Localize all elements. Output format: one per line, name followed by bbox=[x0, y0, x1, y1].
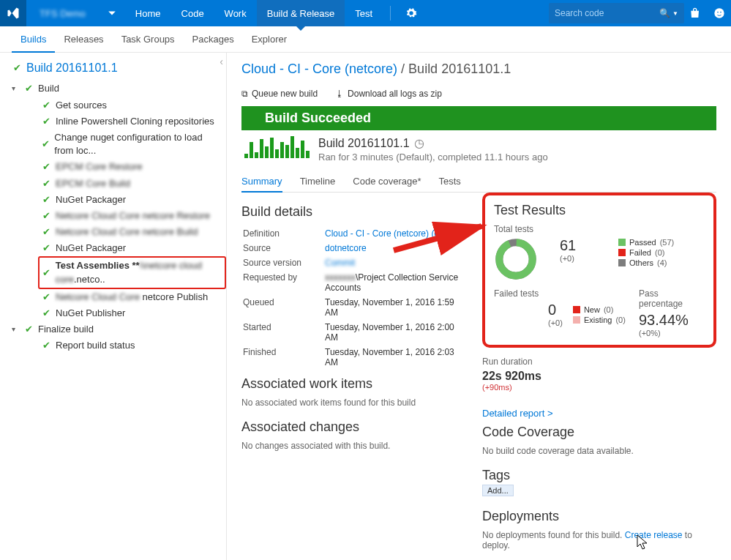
code-coverage-heading: Code Coverage bbox=[482, 425, 716, 440]
check-icon: ✔ bbox=[12, 61, 22, 75]
queue-new-build-button[interactable]: ⧉Queue new build bbox=[241, 89, 318, 99]
build-step[interactable]: ✔NuGet Packager bbox=[6, 240, 226, 256]
build-tree-sidebar: ‹ ✔ Build 20161101.1 ▾ ✔ Build ✔Get sour… bbox=[0, 53, 227, 560]
top-nav: Home Code Work Build & Release Test bbox=[125, 0, 383, 26]
search-icon[interactable]: 🔍 bbox=[659, 8, 670, 18]
queue-icon: ⧉ bbox=[241, 89, 248, 99]
search-dropdown-icon[interactable]: ▼ bbox=[672, 10, 678, 17]
check-icon: ✔ bbox=[41, 99, 51, 112]
nav-code[interactable]: Code bbox=[171, 0, 214, 26]
detailed-report-link[interactable]: Detailed report > bbox=[482, 408, 552, 419]
build-step[interactable]: ✔EPCM Core Restore bbox=[6, 159, 226, 175]
run-duration-delta: (+90ms) bbox=[482, 383, 716, 392]
settings-gear-icon[interactable] bbox=[398, 7, 424, 19]
breadcrumb-project[interactable]: Cloud - CI - Core (netcore) bbox=[241, 61, 397, 76]
check-icon: ✔ bbox=[41, 225, 51, 239]
test-assemblies-step[interactable]: ✔ Test Assemblies **\\netcore cloud core… bbox=[38, 256, 226, 288]
nav-test[interactable]: Test bbox=[345, 0, 383, 26]
failed-tests-label: Failed tests bbox=[494, 288, 631, 299]
build-title-text: Build 20161101.1 bbox=[26, 60, 118, 76]
check-icon: ✔ bbox=[41, 193, 51, 206]
vs-logo-icon[interactable] bbox=[0, 0, 26, 26]
build-root[interactable]: ▾ ✔ Build bbox=[6, 81, 226, 97]
feedback-icon[interactable] bbox=[708, 7, 731, 19]
subnav-releases[interactable]: Releases bbox=[55, 26, 112, 53]
run-duration-value: 22s 920ms bbox=[482, 370, 716, 383]
build-step[interactable]: ✔NuGet Packager bbox=[6, 192, 226, 208]
build-step[interactable]: ✔EPCM Core Build bbox=[6, 176, 226, 192]
search-input[interactable] bbox=[555, 8, 659, 18]
assoc-changes-heading: Associated changes bbox=[241, 419, 463, 435]
build-step[interactable]: ✔Inline Powershell Cloning repositories bbox=[6, 113, 226, 130]
assoc-items-heading: Associated work items bbox=[241, 376, 463, 392]
build-history-sparkline[interactable] bbox=[244, 136, 310, 158]
tab-summary[interactable]: Summary bbox=[241, 171, 282, 193]
build-step[interactable]: ✔Netcore Cloud Core netcore Restore bbox=[6, 208, 226, 224]
svg-point-0 bbox=[714, 8, 724, 18]
deployments-heading: Deployments bbox=[482, 509, 716, 524]
test-results-panel: Test Results Total tests 61 (+0) bbox=[482, 193, 716, 348]
tab-codecoverage[interactable]: Code coverage* bbox=[353, 171, 421, 192]
build-name: Build 20161101.1 ◷ bbox=[318, 136, 548, 150]
build-header-row: Build 20161101.1 ◷ Ran for 3 minutes (De… bbox=[241, 130, 716, 171]
total-tests-delta: (+0) bbox=[560, 254, 611, 263]
tab-tests[interactable]: Tests bbox=[439, 171, 461, 192]
nav-work[interactable]: Work bbox=[214, 0, 257, 26]
total-tests-label: Total tests bbox=[494, 224, 705, 234]
subnav-builds[interactable]: Builds bbox=[12, 26, 55, 53]
code-coverage-text: No build code coverage data available. bbox=[482, 446, 716, 456]
svg-point-2 bbox=[720, 12, 721, 13]
failed-tests-delta: (+0) bbox=[548, 318, 563, 327]
build-step[interactable]: ✔Get sources bbox=[6, 97, 226, 113]
download-logs-button[interactable]: ⭳Download all logs as zip bbox=[335, 89, 442, 99]
subnav-taskgroups[interactable]: Task Groups bbox=[113, 26, 184, 53]
build-step[interactable]: ✔Netcore Cloud Core netcore Build bbox=[6, 224, 226, 240]
nav-build-release[interactable]: Build & Release bbox=[257, 0, 345, 26]
build-step[interactable]: ✔Change nuget configuration to load from… bbox=[6, 130, 226, 159]
check-icon: ✔ bbox=[41, 209, 51, 223]
svg-point-5 bbox=[499, 242, 532, 275]
report-status-step[interactable]: ✔ Report build status bbox=[6, 337, 226, 354]
collapse-sidebar-icon[interactable]: ‹ bbox=[220, 56, 223, 67]
breadcrumb: Cloud - CI - Core (netcore) / Build 2016… bbox=[241, 61, 716, 77]
retain-icon[interactable]: ◷ bbox=[414, 136, 424, 150]
breadcrumb-current: Build 20161101.1 bbox=[408, 61, 511, 76]
test-donut-chart bbox=[494, 237, 538, 281]
svg-line-3 bbox=[394, 226, 481, 250]
deployments-text: No deployments found for this build. Cre… bbox=[482, 530, 716, 550]
tags-heading: Tags bbox=[482, 468, 716, 483]
sub-nav: Builds Releases Task Groups Packages Exp… bbox=[0, 26, 731, 53]
finalize-build[interactable]: ▾ ✔ Finalize build bbox=[6, 321, 226, 337]
test-results-heading: Test Results bbox=[494, 203, 705, 218]
pass-pct-value: 93.44% bbox=[639, 312, 705, 329]
build-step[interactable]: ✔Netcore Cloud Core netcore Publish bbox=[6, 289, 226, 305]
build-status-banner: Build Succeeded bbox=[241, 106, 716, 130]
build-step[interactable]: ✔NuGet Publisher bbox=[6, 305, 226, 321]
create-release-link[interactable]: Create release bbox=[625, 530, 683, 540]
assoc-items-text: No associated work items found for this … bbox=[241, 397, 463, 408]
subnav-explorer[interactable]: Explorer bbox=[243, 26, 296, 53]
project-name[interactable]: TFS Demo bbox=[26, 8, 99, 19]
build-toolbar: ⧉Queue new build ⭳Download all logs as z… bbox=[241, 84, 716, 106]
marketplace-icon[interactable] bbox=[684, 7, 708, 19]
pass-pct-label: Pass percentage bbox=[639, 288, 705, 309]
project-dropdown-icon[interactable] bbox=[99, 9, 125, 18]
build-subtitle: Ran for 3 minutes (Default), completed 1… bbox=[318, 152, 548, 163]
svg-point-1 bbox=[717, 12, 719, 13]
build-title-node[interactable]: ✔ Build 20161101.1 bbox=[6, 59, 226, 78]
subnav-packages[interactable]: Packages bbox=[184, 26, 243, 53]
check-icon: ✔ bbox=[23, 82, 34, 95]
check-icon: ✔ bbox=[42, 266, 51, 280]
check-icon: ✔ bbox=[41, 138, 50, 151]
add-tag-button[interactable]: Add... bbox=[482, 485, 514, 496]
test-legend: Passed (57) Failed (0) Others (4) bbox=[618, 237, 705, 268]
search-box[interactable]: 🔍 ▼ bbox=[549, 3, 684, 23]
check-icon: ✔ bbox=[41, 177, 51, 190]
failed-tests-value: 0 bbox=[548, 302, 563, 318]
run-duration-label: Run duration bbox=[482, 356, 716, 367]
check-icon: ✔ bbox=[41, 291, 51, 304]
check-icon: ✔ bbox=[23, 323, 34, 336]
nav-home[interactable]: Home bbox=[125, 0, 171, 26]
tab-timeline[interactable]: Timeline bbox=[300, 171, 336, 192]
build-content: Cloud - CI - Core (netcore) / Build 2016… bbox=[227, 53, 731, 560]
